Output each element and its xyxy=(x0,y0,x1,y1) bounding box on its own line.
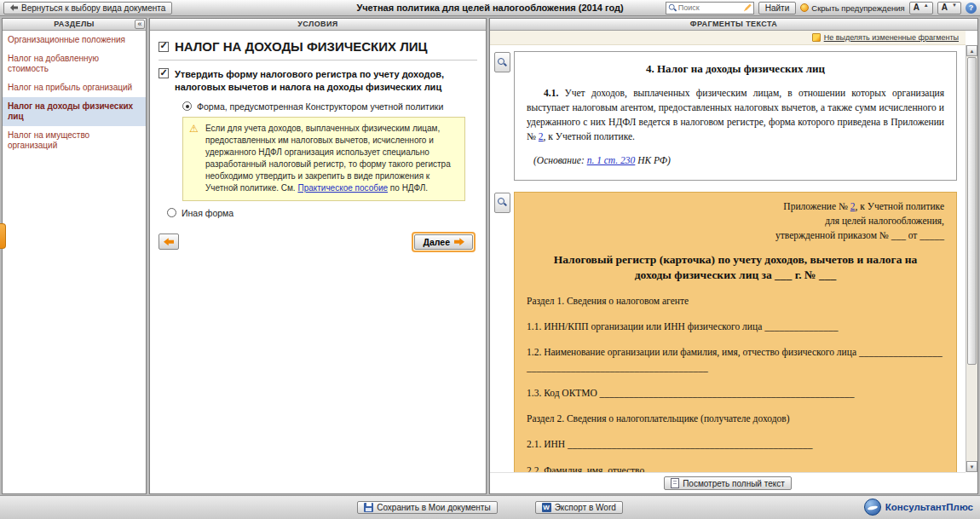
article-230-link[interactable]: п. 1 ст. 230 xyxy=(587,155,636,165)
back-arrow-icon xyxy=(10,4,18,11)
previous-step-button[interactable] xyxy=(159,234,179,250)
conditions-panel: УСЛОВИЯ НАЛОГ НА ДОХОДЫ ФИЗИЧЕСКИХ ЛИЦ У… xyxy=(149,18,487,494)
sidebar-item-personal-income-tax[interactable]: Налог на доходы физических лиц xyxy=(3,97,146,126)
section-checkbox[interactable] xyxy=(159,42,169,52)
conditions-header-label: УСЛОВИЯ xyxy=(297,20,337,28)
basis-prefix: (Основание: xyxy=(533,155,587,165)
highlighter-icon xyxy=(812,33,821,42)
collapse-sections-button[interactable]: « xyxy=(135,20,145,29)
consultantplus-brand: КонсультантПлюс xyxy=(864,499,973,516)
sidebar-item-vat[interactable]: Налог на добавленную стоимость xyxy=(3,49,146,78)
warning-box: ⚠ Если для учета доходов, выплаченных фи… xyxy=(182,117,465,201)
register-line: 1.1. ИНН/КПП организации или ИНН физичес… xyxy=(527,320,944,334)
conditions-body: НАЛОГ НА ДОХОДЫ ФИЗИЧЕСКИХ ЛИЦ Утвердить… xyxy=(150,31,486,493)
register-line: Раздел 2. Сведения о налогоплательщике (… xyxy=(527,412,944,426)
appendix-line1-prefix: Приложение № xyxy=(783,201,850,211)
font-decrease-arrow-icon: ▼ xyxy=(952,3,957,8)
section-title: НАЛОГ НА ДОХОДЫ ФИЗИЧЕСКИХ ЛИЦ xyxy=(175,39,427,54)
help-icon[interactable]: ? xyxy=(966,3,977,14)
section-title-row: НАЛОГ НА ДОХОДЫ ФИЗИЧЕСКИХ ЛИЦ xyxy=(159,39,477,61)
view-full-text-row: Посмотреть полный текст xyxy=(490,472,966,493)
search-input[interactable] xyxy=(666,2,754,14)
zoom-fragment2-button[interactable] xyxy=(494,193,510,213)
back-step-arrow-icon xyxy=(164,238,174,245)
fragment1-text-after: , к Учетной политике. xyxy=(544,131,635,141)
radio-row-other-form: Иная форма xyxy=(167,208,477,218)
word-icon: W xyxy=(542,503,551,512)
basis-suffix: НК РФ) xyxy=(635,155,671,165)
register-title: Налоговый регистр (карточка) по учету до… xyxy=(544,252,927,283)
other-form-label: Иная форма xyxy=(182,208,233,218)
zoom-fragment1-button[interactable] xyxy=(494,52,510,72)
sidebar-item-profit-tax[interactable]: Налог на прибыль организаций xyxy=(3,78,146,97)
font-decrease-icon: A xyxy=(942,3,948,12)
condition-label: Утвердить форму налогового регистра по у… xyxy=(175,68,477,94)
consultantplus-logo-icon xyxy=(864,499,881,516)
fragment-tax-register: Приложение № 2, к Учетной политике для ц… xyxy=(514,192,957,472)
register-line: 1.2. Наименование организации или фамили… xyxy=(527,345,944,375)
hide-warnings-icon xyxy=(800,3,809,12)
save-to-my-documents-button[interactable]: Сохранить в Мои документы xyxy=(357,501,497,514)
register-line: 2.1. ИНН _______________________________… xyxy=(527,437,944,452)
fragment1-clause-number: 4.1. xyxy=(544,88,558,98)
font-increase-icon: A xyxy=(914,3,919,12)
back-to-document-type-button[interactable]: Вернуться к выбору вида документа xyxy=(3,2,172,14)
magnifier-icon xyxy=(498,58,507,67)
find-button-label: Найти xyxy=(765,3,790,13)
wizard-buttons-row: Далее xyxy=(159,232,476,252)
side-panel-handle[interactable] xyxy=(0,223,6,249)
font-increase-arrow-icon: ▲ xyxy=(924,3,929,8)
appendix-header: Приложение № 2, к Учетной политике для ц… xyxy=(527,199,944,244)
conditions-panel-header: УСЛОВИЯ xyxy=(150,19,486,31)
search-icon xyxy=(669,3,677,11)
condition-row: Утвердить форму налогового регистра по у… xyxy=(159,68,477,94)
sidebar-item-property-tax[interactable]: Налог на имущество организаций xyxy=(3,126,146,155)
other-form-radio[interactable] xyxy=(167,208,176,217)
sections-panel: РАЗДЕЛЫ « Организационные положения Нало… xyxy=(2,18,147,494)
bottom-toolbar: Сохранить в Мои документы W Экспорт в Wo… xyxy=(0,495,980,519)
export-button-label: Экспорт в Word xyxy=(555,503,616,512)
sections-header-label: РАЗДЕЛЫ xyxy=(54,20,95,28)
font-decrease-button[interactable]: A ▼ xyxy=(937,2,961,14)
register-line: Раздел 1. Сведения о налоговом агенте xyxy=(527,294,944,309)
register-line: 1.3. Код ОКТМО _________________________… xyxy=(527,386,944,401)
search-box xyxy=(666,2,754,14)
radio-row-constructor-form: Форма, предусмотренная Конструктором уче… xyxy=(182,101,477,112)
view-full-text-button[interactable]: Посмотреть полный текст xyxy=(664,476,792,490)
next-step-button[interactable]: Далее xyxy=(414,234,473,250)
save-icon xyxy=(364,503,373,512)
document-page-icon xyxy=(671,478,679,488)
fragment-ndfl-clause: 4. Налог на доходы физических лиц 4.1. У… xyxy=(514,51,957,181)
scrollbar-thumb[interactable] xyxy=(967,57,977,365)
scroll-up-button[interactable]: ▲ xyxy=(966,45,977,56)
toggle-highlight-link[interactable]: Не выделять измененные фрагменты xyxy=(824,33,959,42)
fragments-scrollbar[interactable]: ▲ ▼ xyxy=(966,45,977,472)
top-toolbar: Вернуться к выбору вида документа Учетна… xyxy=(0,0,980,16)
fragment1-title: 4. Налог на доходы физических лиц xyxy=(527,61,944,78)
find-button[interactable]: Найти xyxy=(758,2,797,14)
fragment1-basis: (Основание: п. 1 ст. 230 НК РФ) xyxy=(527,153,944,168)
fragments-panel-header: ФРАГМЕНТЫ ТЕКСТА xyxy=(490,19,977,31)
fragments-header-label: ФРАГМЕНТЫ ТЕКСТА xyxy=(690,20,777,28)
font-increase-button[interactable]: A ▲ xyxy=(909,2,933,14)
scroll-down-button[interactable]: ▼ xyxy=(966,461,977,472)
sidebar-item-org-provisions[interactable]: Организационные положения xyxy=(3,31,146,49)
fragments-area: Не выделять измененные фрагменты 4. Нало… xyxy=(490,31,977,493)
view-full-text-label: Посмотреть полный текст xyxy=(683,479,785,488)
warning-icon: ⚠ xyxy=(189,122,199,136)
fragments-scroll-region: 4. Налог на доходы физических лиц 4.1. У… xyxy=(490,45,966,472)
practical-guide-link[interactable]: Практическое пособие xyxy=(297,183,388,193)
fragments-toolbar: Не выделять измененные фрагменты xyxy=(490,31,966,45)
constructor-form-radio[interactable] xyxy=(182,101,192,111)
next-step-arrow-icon xyxy=(454,238,464,245)
warning-text-after: по НДФЛ. xyxy=(388,183,428,193)
fragments-panel: ФРАГМЕНТЫ ТЕКСТА Не выделять измененные … xyxy=(489,18,978,494)
hide-warnings-toggle[interactable]: Скрыть предупреждения xyxy=(800,3,904,13)
export-to-word-button[interactable]: W Экспорт в Word xyxy=(535,501,623,514)
topbar-right-controls: Найти Скрыть предупреждения A ▲ A ▼ ? xyxy=(666,2,977,14)
condition-checkbox[interactable] xyxy=(159,68,169,78)
magnifier-icon xyxy=(498,198,507,207)
appendix-line2: для целей налогообложения, xyxy=(527,214,944,228)
save-button-label: Сохранить в Мои документы xyxy=(377,503,490,512)
register-line: 2.2. Фамилия, имя, отчество ____________… xyxy=(527,464,944,472)
